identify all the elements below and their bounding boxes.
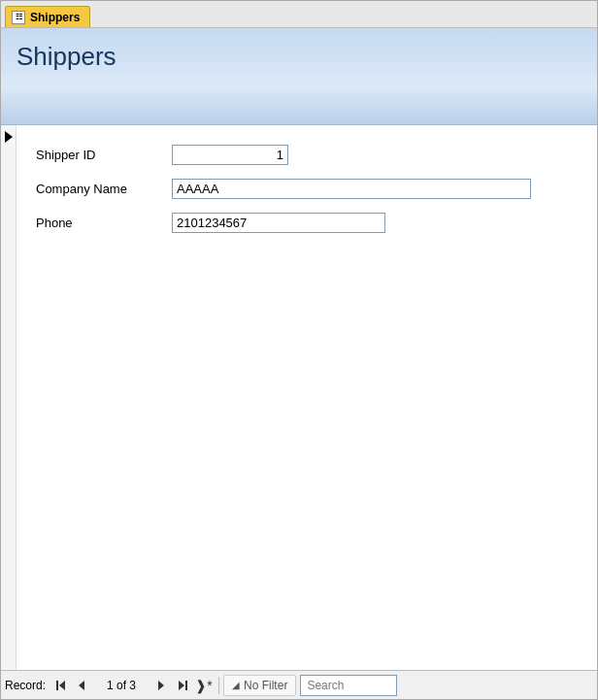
record-label: Record: [5,679,46,692]
shipper-id-input[interactable] [172,145,288,165]
navigation-bar: Record: 1 of 3 ❱* [1,670,597,699]
last-record-icon [179,681,187,690]
table-icon: ☷ [12,11,25,24]
record-arrow-icon [5,131,13,143]
form-area: Shipper ID Company Name Phone [17,125,597,670]
page-title: Shippers [17,42,581,72]
prev-record-icon [79,681,84,690]
first-record-button[interactable] [50,675,71,696]
first-record-icon [56,681,65,690]
phone-input[interactable] [172,213,385,233]
next-record-icon [158,681,164,690]
nav-divider [218,677,219,694]
phone-label: Phone [36,216,172,230]
shipper-id-label: Shipper ID [36,148,172,162]
record-position: 1 of 3 [92,679,150,692]
phone-row: Phone [36,213,578,233]
no-filter-button[interactable]: ◢ No Filter [223,675,296,696]
main-window: ☷ Shippers Shippers Shipper ID Company N… [0,0,598,700]
new-record-button[interactable]: ❱* [193,675,215,696]
last-record-button[interactable] [172,675,193,696]
company-name-label: Company Name [36,182,172,196]
search-input[interactable] [300,675,397,696]
tab-label: Shippers [30,11,80,24]
tab-bar: ☷ Shippers [1,1,597,28]
no-filter-label: No Filter [244,679,287,692]
prev-record-button[interactable] [71,675,92,696]
funnel-icon: ◢ [232,680,240,690]
page-header: Shippers [1,28,597,125]
company-name-row: Company Name [36,179,578,199]
record-selector [1,125,17,670]
company-name-input[interactable] [172,179,531,199]
main-content: Shipper ID Company Name Phone [1,125,597,670]
shippers-tab[interactable]: ☷ Shippers [5,6,90,27]
new-record-icon: ❱* [195,678,212,693]
next-record-button[interactable] [150,675,172,696]
shipper-id-row: Shipper ID [36,145,578,165]
